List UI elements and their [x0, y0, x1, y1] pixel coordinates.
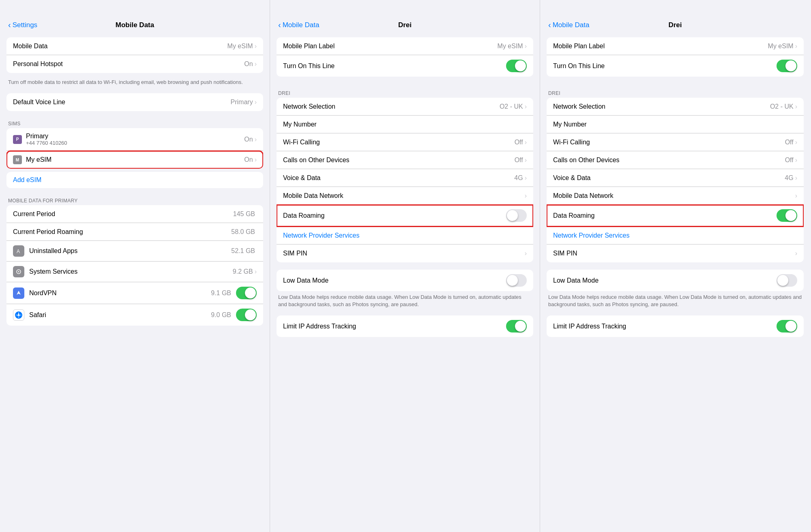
network-selection-label-3: Network Selection [553, 103, 770, 110]
mobile-plan-label-2: Mobile Plan Label [283, 43, 498, 50]
current-period-roaming-row[interactable]: Current Period Roaming 58.0 GB [6, 223, 263, 241]
mobile-data-primary-label: MOBILE DATA FOR PRIMARY [0, 195, 270, 205]
personal-hotspot-value: On [244, 60, 253, 68]
nav-bar-1: ‹ Settings Mobile Data [0, 0, 270, 34]
my-esim-value: On [244, 156, 253, 163]
calls-other-devices-row-2[interactable]: Calls on Other Devices Off › [277, 151, 533, 169]
safari-label: Safari [29, 311, 211, 319]
data-roaming-toggle-2[interactable] [506, 209, 527, 222]
mobile-plan-chevron-icon-2: › [525, 43, 527, 50]
wifi-calling-row-3[interactable]: Wi-Fi Calling Off › [547, 133, 804, 151]
turn-on-line-label-3: Turn On This Line [553, 62, 777, 70]
data-roaming-label-2: Data Roaming [283, 212, 506, 219]
mobile-data-row[interactable]: Mobile Data My eSIM › [6, 37, 263, 55]
safari-row[interactable]: Safari 9.0 GB [6, 304, 263, 326]
primary-sim-number: +44 7760 410260 [26, 140, 244, 146]
nav-bar-3: ‹ Mobile Data Drei [540, 0, 810, 34]
default-voice-line-row[interactable]: Default Voice Line Primary › [6, 93, 263, 111]
system-services-row[interactable]: System Services 9.2 GB › [6, 262, 263, 282]
mobile-plan-label-row-2[interactable]: Mobile Plan Label My eSIM › [277, 37, 533, 55]
low-data-mode-toggle-2[interactable] [506, 274, 527, 287]
calls-other-devices-row-3[interactable]: Calls on Other Devices Off › [547, 151, 804, 169]
my-esim-icon: M [13, 155, 22, 164]
calls-other-devices-value-2: Off [515, 157, 523, 164]
back-label-2: Mobile Data [283, 21, 320, 29]
personal-hotspot-row[interactable]: Personal Hotspot On › [6, 55, 263, 73]
system-services-label: System Services [29, 268, 233, 275]
turn-on-line-label-2: Turn On This Line [283, 62, 506, 70]
low-data-description-2: Low Data Mode helps reduce mobile data u… [270, 291, 540, 312]
low-data-mode-row-3[interactable]: Low Data Mode [547, 270, 804, 291]
turn-on-line-toggle-3[interactable] [777, 60, 797, 72]
voice-data-row-2[interactable]: Voice & Data 4G › [277, 169, 533, 187]
network-selection-row-2[interactable]: Network Selection O2 - UK › [277, 98, 533, 116]
network-provider-link-2[interactable]: Network Provider Services [283, 232, 360, 239]
mobile-data-network-chevron-icon-2: › [525, 192, 527, 200]
network-provider-link-3[interactable]: Network Provider Services [553, 232, 630, 239]
low-data-mode-toggle-3[interactable] [777, 274, 797, 287]
uninstalled-apps-icon: A [13, 245, 24, 257]
back-button-3[interactable]: ‹ Mobile Data [548, 21, 589, 30]
mobile-data-network-label-2: Mobile Data Network [283, 192, 525, 200]
network-selection-chevron-icon-3: › [795, 103, 797, 110]
sim-pin-row-3[interactable]: SIM PIN › [547, 245, 804, 262]
limit-ip-row-3[interactable]: Limit IP Address Tracking [547, 315, 804, 337]
mobile-plan-label-row-3[interactable]: Mobile Plan Label My eSIM › [547, 37, 804, 55]
my-number-row-3[interactable]: My Number [547, 116, 804, 133]
wifi-calling-chevron-icon-3: › [795, 139, 797, 146]
back-button-2[interactable]: ‹ Mobile Data [278, 21, 319, 30]
low-data-mode-label-3: Low Data Mode [553, 277, 777, 284]
limit-ip-row-2[interactable]: Limit IP Address Tracking [277, 315, 533, 337]
limit-ip-toggle-3[interactable] [777, 320, 797, 332]
sim-pin-label-2: SIM PIN [283, 250, 525, 257]
nordvpn-row[interactable]: NordVPN 9.1 GB [6, 282, 263, 304]
uninstalled-apps-row[interactable]: A Uninstalled Apps 52.1 GB [6, 241, 263, 262]
mobile-data-network-row-2[interactable]: Mobile Data Network › [277, 187, 533, 205]
my-esim-row[interactable]: M My eSIM On › [6, 151, 263, 169]
personal-hotspot-chevron-icon: › [255, 60, 257, 68]
current-period-row[interactable]: Current Period 145 GB [6, 205, 263, 223]
page-title-2: Drei [398, 21, 412, 29]
network-provider-row-3[interactable]: Network Provider Services [547, 227, 804, 245]
current-period-roaming-label: Current Period Roaming [13, 228, 231, 236]
data-roaming-toggle-3[interactable] [777, 209, 797, 222]
safari-data-value: 9.0 GB [211, 311, 231, 319]
back-label-1: Settings [13, 21, 37, 29]
my-esim-label: My eSIM [26, 156, 244, 163]
back-button-1[interactable]: ‹ Settings [8, 21, 37, 30]
network-selection-row-3[interactable]: Network Selection O2 - UK › [547, 98, 804, 116]
my-esim-chevron-icon: › [255, 156, 257, 163]
voice-data-row-3[interactable]: Voice & Data 4G › [547, 169, 804, 187]
safari-toggle[interactable] [236, 309, 257, 321]
add-esim-card[interactable]: Add eSIM [6, 172, 263, 188]
mobile-data-description: Turn off mobile data to restrict all dat… [0, 76, 270, 90]
primary-sim-label: Primary [26, 133, 244, 140]
uninstalled-apps-label: Uninstalled Apps [29, 247, 231, 255]
calls-other-devices-label-2: Calls on Other Devices [283, 157, 515, 164]
network-provider-row-2[interactable]: Network Provider Services [277, 227, 533, 245]
low-data-card-2: Low Data Mode [277, 270, 533, 291]
turn-on-line-row-3[interactable]: Turn On This Line [547, 55, 804, 77]
sim-pin-row-2[interactable]: SIM PIN › [277, 245, 533, 262]
data-roaming-row-2[interactable]: Data Roaming [277, 205, 533, 227]
turn-on-line-toggle-2[interactable] [506, 60, 527, 72]
data-roaming-label-3: Data Roaming [553, 212, 777, 219]
calls-other-devices-label-3: Calls on Other Devices [553, 157, 785, 164]
back-chevron-icon: ‹ [8, 20, 11, 30]
add-esim-link[interactable]: Add eSIM [13, 176, 41, 183]
current-period-value: 145 GB [233, 210, 255, 218]
primary-sim-row[interactable]: P Primary +44 7760 410260 On › [6, 128, 263, 151]
my-number-row-2[interactable]: My Number [277, 116, 533, 133]
wifi-calling-row-2[interactable]: Wi-Fi Calling Off › [277, 133, 533, 151]
turn-on-line-row-2[interactable]: Turn On This Line [277, 55, 533, 77]
data-roaming-row-3[interactable]: Data Roaming [547, 205, 804, 227]
calls-other-devices-chevron-icon-3: › [795, 157, 797, 164]
low-data-mode-row-2[interactable]: Low Data Mode [277, 270, 533, 291]
sim-pin-chevron-icon-3: › [795, 250, 797, 257]
mobile-plan-value-2: My eSIM [498, 43, 523, 50]
voice-data-chevron-icon-3: › [795, 174, 797, 182]
limit-ip-toggle-2[interactable] [506, 320, 527, 332]
nordvpn-toggle[interactable] [236, 287, 257, 299]
back-chevron-icon-2: ‹ [278, 20, 281, 30]
mobile-data-network-row-3[interactable]: Mobile Data Network › [547, 187, 804, 205]
